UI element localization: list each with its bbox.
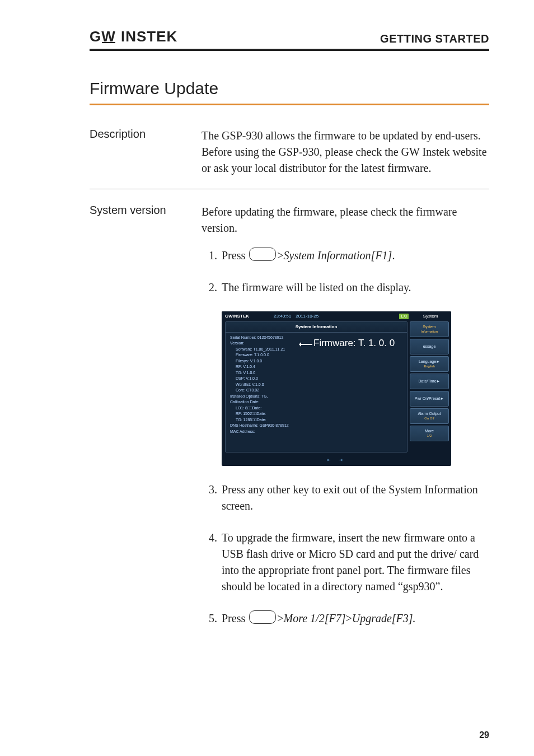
ss-softkey[interactable]: More1/2 [410, 426, 449, 441]
ss-softkey[interactable]: Language►English [410, 356, 449, 372]
page: GW INSTEK GETTING STARTED Firmware Updat… [0, 0, 534, 756]
title-rule [90, 104, 489, 105]
ss-line: Firmware: T.1.0.0.0 [230, 352, 402, 358]
firmware-callout: Firmware: T. 1. 0. 0 [313, 337, 395, 351]
ss-line: DNS Hostname: GSP930-878912 [230, 423, 402, 429]
ss-softkey-label: Pwr On/Preset► [415, 396, 444, 401]
description-label: Description [90, 128, 202, 141]
ss-softkey[interactable]: Date/Time► [410, 374, 449, 389]
step-5: Press >More 1/2[F7]>Upgrade[F3]. [202, 610, 489, 627]
step-1-c: System Information[F1] [284, 249, 392, 262]
ss-time: 23:40:51 [274, 313, 291, 320]
ss-softkey-label: essage [423, 344, 436, 349]
step-1-a: Press [222, 249, 248, 262]
brand-logo: GW INSTEK [90, 28, 177, 45]
ss-line: MAC Address: [230, 429, 402, 435]
system-keycap [249, 248, 276, 261]
page-number: 29 [479, 730, 489, 740]
step-5-d: > [345, 612, 352, 624]
description-body: The GSP-930 allows the firmware to be up… [202, 128, 489, 176]
ss-softkey[interactable]: Alarm OutputOn Off [410, 408, 449, 424]
ss-softkey-label: Language► [419, 360, 440, 364]
ss-line: DSP: V.1.0.0 [230, 376, 402, 382]
ss-line: TG: V.1.0.0 [230, 370, 402, 376]
system-version-body: Before updating the firmware, please che… [202, 204, 489, 642]
ss-topbar: GWINSTEK 23:40:51 2011-10-25 LXI System [222, 311, 451, 321]
ss-line: Filesys: V.1.0.0 [230, 358, 402, 365]
system-version-text: Before updating the firmware, please che… [202, 204, 489, 236]
callout-arrow-icon [300, 344, 312, 345]
steps-list-cont: Press any other key to exit out of the S… [202, 482, 489, 627]
step-5-e: Upgrade[F3]. [352, 612, 416, 624]
ss-menu-title: System [413, 313, 448, 320]
ss-line: Calibration Date: [230, 399, 402, 405]
step-5-b: > [277, 612, 283, 624]
ss-lxi-badge: LXI [399, 314, 409, 319]
ss-panel-title: System Information [226, 322, 407, 333]
steps-list: Press >System Information[F1]. The firmw… [202, 248, 489, 296]
ss-softkey[interactable]: SystemInformation [410, 321, 449, 337]
ss-softkey-label: More [425, 429, 434, 433]
section-label: GETTING STARTED [380, 32, 489, 45]
ss-line: LO1: 8□□Date: [230, 405, 402, 412]
ss-softkey-label: System [423, 325, 435, 329]
ss-softkey-sublabel: On Off [424, 417, 434, 421]
ss-line: RF: V.1.0.4 [230, 364, 402, 370]
system-keycap-2 [249, 610, 276, 624]
ss-softkey-menu: SystemInformationessageLanguage►EnglishD… [410, 321, 449, 441]
ss-line: Core: CT0.02 [230, 388, 402, 394]
step-4: To upgrade the firmware, insert the new … [202, 530, 489, 595]
ss-bottom-glyphs: ⇤ ⇥ [222, 457, 451, 464]
step-1-d: . [392, 249, 395, 262]
step-2: The firmware will be listed on the displ… [202, 279, 489, 296]
ss-softkey-label: Alarm Output [418, 412, 441, 416]
system-version-label: System version [90, 204, 202, 217]
ss-softkey-sublabel: 1/2 [427, 434, 432, 438]
ss-softkey-sublabel: English [424, 365, 435, 368]
header-rule [90, 49, 489, 51]
step-5-c: More 1/2[F7] [284, 612, 346, 624]
ss-softkey[interactable]: Pwr On/Preset► [410, 391, 449, 407]
ss-date: 2011-10-25 [296, 313, 318, 320]
step-1: Press >System Information[F1]. [202, 248, 489, 264]
step-1-b: > [277, 249, 283, 262]
step-5-a: Press [222, 612, 248, 624]
step-3: Press any other key to exit out of the S… [202, 482, 489, 514]
device-screenshot: GWINSTEK 23:40:51 2011-10-25 LXI System … [222, 311, 451, 466]
ss-softkey-sublabel: Information [421, 330, 438, 334]
page-title: Firmware Update [90, 79, 489, 98]
section-divider [90, 189, 489, 189]
page-header: GW INSTEK GETTING STARTED [90, 28, 489, 45]
system-version-row: System version Before updating the firmw… [90, 204, 489, 642]
ss-line: TG: 1285□□Date: [230, 417, 402, 423]
description-row: Description The GSP-930 allows the firmw… [90, 128, 489, 176]
ss-softkey[interactable]: essage [410, 339, 449, 354]
ss-line: RF: 1507□□Date: [230, 411, 402, 417]
ss-softkey-label: Date/Time► [419, 379, 441, 384]
ss-line: Wordlist: V.1.0.0 [230, 382, 402, 388]
ss-line: Installed Options: TG, [230, 394, 402, 400]
ss-brand: GWINSTEK [225, 313, 249, 320]
